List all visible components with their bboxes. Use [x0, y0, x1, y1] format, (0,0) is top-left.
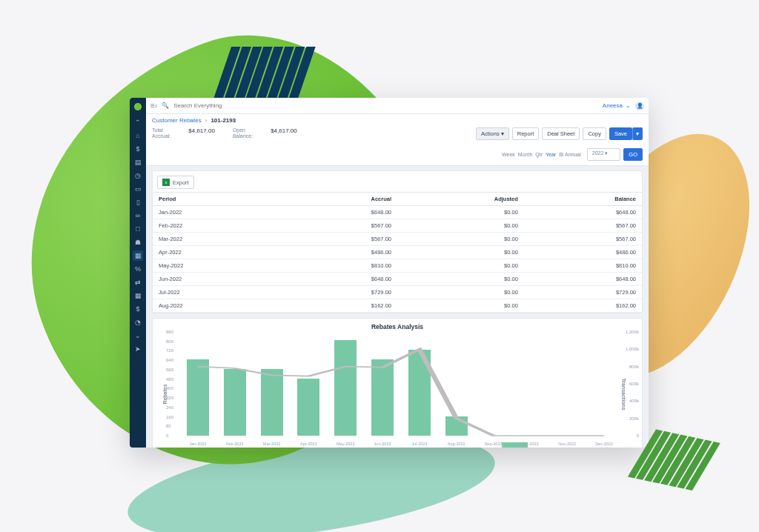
y-right-tick: 400k: [629, 399, 639, 403]
table-row[interactable]: Aug-2022$162.00$0.00$162.00: [153, 299, 642, 313]
chevron-down-icon: ▾: [501, 130, 504, 137]
nav-gauge-icon[interactable]: ◷: [133, 170, 143, 181]
nav-reconcile-icon[interactable]: ⇄: [133, 277, 143, 287]
timeframe-year[interactable]: Year: [546, 152, 556, 157]
cell-balance: $486.00: [524, 246, 642, 259]
nav-home-icon[interactable]: ⌂: [133, 130, 143, 141]
nav-sidebar: ⌃ ⌂ $ ▤ ◷ ▭ ▯ ∞ □ ☗ ▦ % ⇄ ▦ $ ◔ ⌄ ➤: [130, 98, 146, 448]
cell-accrual: $729.00: [282, 286, 397, 299]
header-actions: Actions ▾ Report Deal Sheet Copy Save ▾ …: [329, 127, 643, 161]
cell-balance: $567.00: [524, 219, 642, 233]
menu-toggle-icon[interactable]: ≡›: [150, 102, 157, 110]
cell-period: Feb-2022: [153, 219, 282, 233]
report-button[interactable]: Report: [512, 127, 540, 140]
cell-period: Aug-2022: [153, 299, 282, 313]
table-row[interactable]: May-2022$810.00$0.00$810.00: [153, 259, 642, 273]
y-left-tick: 160: [166, 415, 173, 419]
cell-accrual: $648.00: [282, 273, 397, 286]
table-row[interactable]: Mar-2022$567.00$0.00$567.00: [153, 233, 642, 246]
deal-sheet-button[interactable]: Deal Sheet: [542, 127, 580, 140]
nav-card-icon[interactable]: □: [133, 224, 143, 234]
col-accrual[interactable]: Accrual: [282, 193, 397, 206]
y-right-tick: 800k: [629, 365, 639, 369]
y-right-tick: 0: [637, 433, 639, 438]
cell-adjusted: $0.00: [397, 206, 524, 219]
nav-pie-icon[interactable]: ◔: [133, 317, 143, 327]
y-right-tick: 1,000k: [626, 347, 639, 351]
nav-document-icon[interactable]: ▤: [133, 157, 143, 167]
x-tick-label: Oct-2022: [522, 442, 539, 446]
cell-period: Mar-2022: [153, 233, 282, 246]
timeframe-week[interactable]: Week: [502, 152, 515, 157]
cell-period: Jan-2022: [153, 206, 282, 219]
user-name: Aneesa: [603, 102, 623, 109]
nav-chart-icon[interactable]: ▦: [133, 250, 143, 261]
topbar: ≡› 🔍 Aneesa ⌄ 👤: [146, 98, 649, 114]
export-button[interactable]: x Export: [157, 176, 194, 189]
export-button-label: Export: [173, 179, 189, 186]
nav-briefcase-icon[interactable]: ☗: [133, 237, 143, 247]
total-accrual-label: TotalAccrual:: [152, 127, 170, 139]
save-dropdown-button[interactable]: ▾: [632, 127, 643, 140]
cell-accrual: $567.00: [282, 219, 397, 233]
breadcrumb-parent-link[interactable]: Customer Rebates: [152, 117, 202, 124]
user-avatar-icon[interactable]: 👤: [635, 102, 644, 110]
timeframe-month[interactable]: Month: [518, 152, 532, 157]
app-logo[interactable]: [133, 102, 142, 111]
go-button[interactable]: GO: [623, 148, 643, 161]
cell-adjusted: $0.00: [397, 246, 524, 259]
open-balance-label: OpenBalance:: [233, 127, 253, 139]
nav-caret-up-icon[interactable]: ⌃: [133, 117, 143, 127]
breadcrumb: Customer Rebates › 101-2193: [152, 117, 643, 124]
table-row[interactable]: Jan-2022$648.00$0.00$648.00: [153, 206, 642, 219]
col-adjusted[interactable]: Adjusted: [397, 193, 524, 206]
cell-adjusted: $0.00: [397, 259, 524, 273]
y-left-tick: 880: [166, 330, 173, 334]
table-row[interactable]: Feb-2022$567.00$0.00$567.00: [153, 219, 642, 233]
nav-billing-icon[interactable]: $: [133, 144, 143, 154]
y-left-tick: 320: [166, 396, 173, 400]
excel-icon: x: [162, 179, 170, 186]
nav-clipboard-icon[interactable]: ▯: [133, 197, 143, 207]
y-left-tick: 560: [166, 368, 173, 372]
nav-caret-down-icon[interactable]: ⌄: [133, 330, 143, 341]
x-tick-label: Feb-2022: [226, 442, 244, 446]
cell-balance: $810.00: [524, 259, 642, 273]
breadcrumb-current: 101-2193: [211, 117, 236, 124]
nav-grid-icon[interactable]: ▦: [133, 290, 143, 301]
table-row[interactable]: Apr-2022$486.00$0.00$486.00: [153, 246, 642, 259]
x-tick-label: Nov-2022: [558, 442, 576, 446]
x-tick-label: May-2022: [337, 442, 354, 446]
cell-balance: $648.00: [524, 273, 642, 286]
page-header: Customer Rebates › 101-2193 TotalAccrual…: [146, 114, 649, 166]
accrual-table-panel: x Export Period Accrual Adjusted Balance…: [152, 170, 643, 313]
col-period[interactable]: Period: [153, 193, 282, 206]
user-menu[interactable]: Aneesa ⌄: [603, 102, 631, 109]
year-select-value: 2022: [592, 150, 604, 156]
y-left-tick: 720: [166, 348, 173, 353]
table-row[interactable]: Jul-2022$729.00$0.00$729.00: [153, 286, 642, 299]
col-balance[interactable]: Balance: [524, 193, 642, 206]
cell-period: May-2022: [153, 259, 282, 273]
search-input[interactable]: [173, 102, 598, 109]
nav-credit-icon[interactable]: $: [133, 304, 143, 314]
timeframe-switch: Week/ Month/ Qtr/ Year/ Bi Annual: [502, 148, 581, 161]
nav-infinity-icon[interactable]: ∞: [133, 210, 143, 221]
cell-balance: $567.00: [524, 233, 642, 246]
y-right-tick: 200k: [629, 416, 639, 421]
chart-plot-area: 0801602403204004805606407208008800200k40…: [179, 332, 623, 436]
y-left-tick: 0: [166, 433, 168, 438]
nav-desktop-icon[interactable]: ▭: [133, 184, 143, 194]
x-tick-label: Mar-2022: [263, 442, 281, 446]
nav-link-icon[interactable]: %: [133, 264, 143, 274]
year-select[interactable]: 2022 ▾: [587, 148, 621, 161]
copy-button[interactable]: Copy: [583, 127, 606, 140]
chart-line-series: [179, 332, 623, 436]
table-row[interactable]: Jun-2022$648.00$0.00$648.00: [153, 273, 642, 286]
timeframe-qtr[interactable]: Qtr: [535, 152, 543, 157]
actions-button[interactable]: Actions ▾: [476, 127, 509, 140]
timeframe-biannual[interactable]: Bi Annual: [559, 152, 581, 157]
save-button[interactable]: Save: [609, 127, 632, 140]
open-balance-value: $4,617.00: [271, 127, 297, 134]
nav-pointer-icon[interactable]: ➤: [133, 344, 143, 354]
